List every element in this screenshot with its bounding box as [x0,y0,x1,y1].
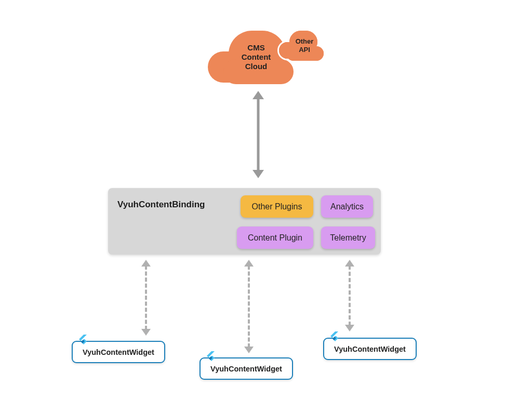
cloud-other-api: Other API [277,29,329,63]
binding-box: VyuhContentBinding Other Plugins Analyti… [108,188,381,255]
widget-3-label: VyuhContentWidget [334,345,406,353]
cloud-small-label: Other API [290,37,319,54]
arrow-binding-to-widget-1 [141,260,151,336]
plugin-telemetry-label: Telemetry [330,233,366,243]
plugin-other-label: Other Plugins [252,202,302,211]
plugin-content-label: Content Plugin [248,233,302,243]
plugin-telemetry: Telemetry [321,227,375,249]
flutter-icon [205,350,217,363]
plugin-analytics: Analytics [321,195,373,218]
arrow-cloud-to-binding [252,91,264,178]
plugin-other: Other Plugins [241,195,313,218]
plugin-analytics-label: Analytics [330,202,364,211]
arrow-binding-to-widget-2 [244,260,254,353]
arrow-binding-to-widget-3 [345,260,354,331]
cloud-main-label: CMS Content Cloud [233,43,280,71]
flutter-icon [328,330,341,343]
flutter-icon [77,334,89,346]
widget-2-label: VyuhContentWidget [210,365,282,373]
widget-1-label: VyuhContentWidget [83,348,154,356]
cloud-cluster: CMS Content Cloud Other API [208,19,327,86]
plugin-content: Content Plugin [237,227,313,249]
binding-title: VyuhContentBinding [117,200,205,210]
